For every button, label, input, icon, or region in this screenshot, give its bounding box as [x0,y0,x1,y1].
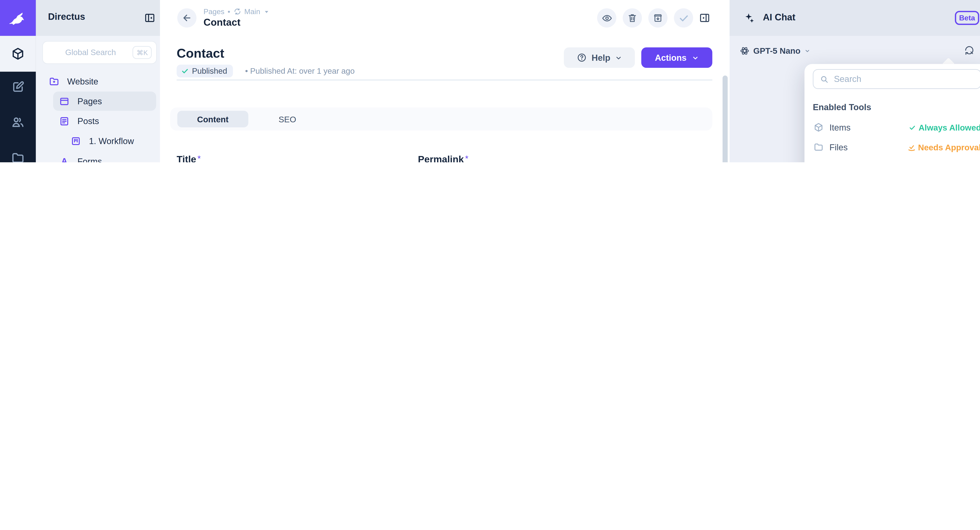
required-mark: * [465,154,468,162]
browser-window-icon [59,96,70,107]
archive-button[interactable] [648,8,668,27]
module-users[interactable] [0,104,36,140]
app-window: 72 Directus ⌘K Website Pages Posts 1 [0,0,980,162]
sidebar-item-label: Website [67,77,98,86]
required-mark: * [197,154,201,162]
rabbit-icon [7,7,29,29]
tab-content[interactable]: Content [177,111,248,127]
trash-icon [627,13,637,23]
play-icon [813,162,824,162]
sidebar-item-label: Posts [78,116,99,126]
letter-a-icon: A [59,156,70,162]
project-title: Directus [48,11,85,22]
arrow-left-icon [182,13,192,23]
chevron-down-icon [804,48,810,53]
approval-hand-icon [907,143,915,151]
breadcrumb-collection[interactable]: Pages [204,8,224,15]
back-button[interactable] [177,8,196,27]
check-icon [181,67,189,75]
title-field-label: Title* [177,154,201,162]
collapse-sidebar-button[interactable] [144,12,156,24]
folder-icon [813,142,824,152]
eye-icon [601,13,612,24]
tool-search-input[interactable] [813,70,980,88]
check-icon [909,124,916,131]
tool-row-files[interactable]: Files Needs Approval [813,139,980,156]
delete-button[interactable] [623,8,642,27]
question-circle-icon [577,53,587,63]
main-content [160,0,730,162]
sidebar-item-pages[interactable]: Pages [36,92,160,111]
status-badge: Published [177,65,233,77]
tab-seo[interactable]: SEO [262,111,312,127]
cube-icon [813,122,824,132]
global-search: ⌘K [42,41,157,64]
tools-dropdown: Enabled Tools Items Always Allowed Files… [804,64,980,162]
caret-down-icon [263,9,269,14]
archive-icon [653,13,663,23]
sidebar-item-forms[interactable]: A Forms [36,152,160,162]
openai-logo-icon [740,46,749,55]
sidebar-item-workflow[interactable]: 1. Workflow [36,131,160,151]
actions-button[interactable]: Actions [641,48,712,68]
tab-bar [170,108,713,131]
search-shortcut-kbd: ⌘K [133,46,152,59]
ai-sparkle-icon [743,11,756,24]
tool-search [813,69,980,89]
sidebar-item-label: 1. Workflow [89,137,134,146]
model-selector[interactable]: GPT-5 Nano [740,45,810,56]
sidebar-item-posts[interactable]: Posts [36,111,160,131]
kanban-icon [70,135,81,146]
save-button[interactable] [674,8,693,27]
check-icon [678,13,689,24]
clear-history-icon[interactable] [964,45,975,56]
module-editor[interactable] [0,68,36,104]
module-content[interactable] [0,36,36,72]
edit-icon [11,80,25,93]
open-sidebar-panel-button[interactable] [699,12,711,24]
folder-star-icon [49,76,60,87]
tool-row-items[interactable]: Items Always Allowed [813,119,980,135]
tool-row-trigger-flow[interactable]: Trigger Flow Needs Approval [813,159,980,162]
ai-chat-title: AI Chat [763,12,795,22]
help-button[interactable]: Help [564,48,635,68]
page-title: Contact [177,46,224,61]
chevron-down-icon [615,54,622,61]
search-icon [820,75,829,84]
version-sync-icon [234,8,241,15]
enabled-tools-heading: Enabled Tools [813,102,871,112]
breadcrumb[interactable]: Pages • Main [204,7,269,16]
main-scrollbar[interactable] [723,75,728,162]
document-icon [59,116,70,127]
chevron-down-icon [692,54,699,61]
panel-right-icon [699,12,711,24]
folder-icon [11,151,25,162]
sidebar-item-website[interactable]: Website [36,72,160,92]
page-meta: • Published At: over 1 year ago [245,67,355,76]
users-icon [11,115,25,129]
module-files[interactable] [0,140,36,162]
collapse-left-icon [144,12,156,24]
breadcrumb-separator: • [228,8,230,15]
directus-logo[interactable] [0,0,36,36]
permalink-field-label: Permalink* [418,154,468,162]
divider [177,80,712,81]
sidebar-item-label: Forms [78,157,102,162]
beta-badge: Beta [955,11,979,25]
sidebar-item-label: Pages [78,97,102,106]
header-title: Contact [204,17,240,28]
preview-button[interactable] [597,8,616,27]
cube-icon [11,47,25,61]
breadcrumb-version[interactable]: Main [244,8,260,15]
